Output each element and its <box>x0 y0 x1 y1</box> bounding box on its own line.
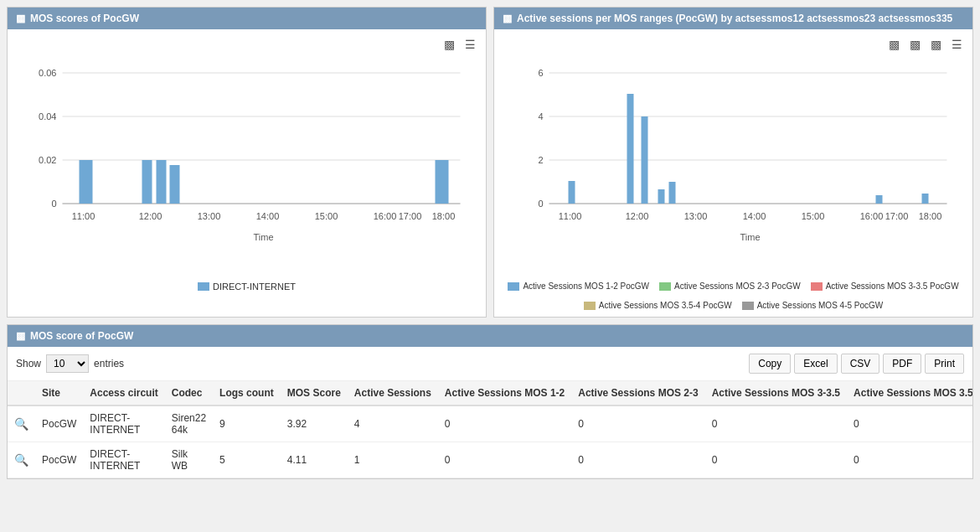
chart1-icon: ▩ <box>16 13 25 24</box>
chart1-header: ▩ MOS scores of PocGW <box>8 8 486 29</box>
col-header-mos-2-3: Active Sessions MOS 2-3 <box>571 381 704 405</box>
col-header-mos-1-2: Active Sessions MOS 1-2 <box>438 381 571 405</box>
svg-rect-33 <box>627 94 634 204</box>
table-title: MOS score of PocGW <box>30 330 133 342</box>
row1-search-icon[interactable]: 🔍 <box>8 405 35 442</box>
table-row: 🔍 PocGW DIRECT-INTERNET Siren22 64k 9 3.… <box>8 405 972 442</box>
svg-text:Time: Time <box>253 232 273 242</box>
csv-button[interactable]: CSV <box>841 354 880 374</box>
chart2-icon: ▩ <box>503 13 512 24</box>
legend-color-mos12 <box>508 282 519 291</box>
row1-logs-count: 9 <box>213 405 281 442</box>
print-button[interactable]: Print <box>925 354 964 374</box>
svg-rect-36 <box>669 182 676 204</box>
copy-button[interactable]: Copy <box>749 354 791 374</box>
chart1-title: MOS scores of PocGW <box>30 13 139 24</box>
svg-text:12:00: 12:00 <box>139 211 162 221</box>
legend-item-direct-internet: DIRECT-INTERNET <box>198 281 296 292</box>
svg-rect-38 <box>922 194 929 204</box>
chart1-bar-icon[interactable]: ▩ <box>441 36 458 53</box>
svg-text:13:00: 13:00 <box>684 211 708 221</box>
row1-mos-3-35: 0 <box>705 405 847 442</box>
svg-text:13:00: 13:00 <box>198 211 221 221</box>
legend-item-mos12: Active Sessions MOS 1-2 PocGW <box>508 281 649 291</box>
row2-mos-score: 4.11 <box>281 442 348 478</box>
chart1-menu-icon[interactable]: ☰ <box>462 36 479 53</box>
row2-mos-35-4: 0 <box>847 442 972 478</box>
svg-text:11:00: 11:00 <box>559 211 582 221</box>
row2-active-sessions: 1 <box>348 442 438 478</box>
table-header-icon: ▩ <box>16 330 25 342</box>
chart2-title: Active sessions per MOS ranges (PocGW) b… <box>517 13 952 24</box>
row1-codec: Siren22 64k <box>165 405 213 442</box>
row1-mos-35-4: 0 <box>847 405 972 442</box>
col-header-logs-count: Logs count <box>213 381 281 405</box>
data-table: Site Access circuit Codec Logs count MOS… <box>8 381 972 478</box>
entries-select[interactable]: 10 25 50 100 <box>46 354 89 373</box>
chart2-svg: 6 4 2 0 <box>501 56 966 274</box>
legend-label-mos335: Active Sessions MOS 3-3.5 PocGW <box>826 281 959 291</box>
chart1-legend: DIRECT-INTERNET <box>14 281 479 292</box>
row2-mos-1-2: 0 <box>438 442 571 478</box>
legend-item-mos335: Active Sessions MOS 3-3.5 PocGW <box>811 281 959 291</box>
svg-text:0.02: 0.02 <box>39 155 56 165</box>
row2-search-icon[interactable]: 🔍 <box>8 442 35 478</box>
svg-rect-12 <box>170 165 180 204</box>
chart-panel-2: ▩ Active sessions per MOS ranges (PocGW)… <box>493 7 973 318</box>
row2-logs-count: 5 <box>213 442 281 478</box>
excel-button[interactable]: Excel <box>794 354 837 374</box>
entries-label: entries <box>94 358 124 369</box>
table-panel: ▩ MOS score of PocGW Show 10 25 50 100 e… <box>7 324 973 479</box>
svg-text:12:00: 12:00 <box>626 211 649 221</box>
export-buttons-container: Copy Excel CSV PDF Print <box>749 354 964 374</box>
legend-color-mos45 <box>742 302 754 310</box>
chart1-toolbar: ▩ ☰ <box>14 36 479 53</box>
chart2-bar-icon2[interactable]: ▩ <box>906 36 924 53</box>
col-header-site: Site <box>35 381 83 405</box>
legend-color-mos354 <box>584 302 596 310</box>
svg-rect-13 <box>436 160 449 204</box>
chart2-legend: Active Sessions MOS 1-2 PocGW Active Ses… <box>501 281 966 310</box>
col-header-mos-score: MOS Score <box>281 381 348 405</box>
chart2-menu-icon[interactable]: ☰ <box>948 36 966 53</box>
row2-mos-2-3: 0 <box>571 442 704 478</box>
svg-rect-32 <box>569 181 575 204</box>
chart2-bar-icon3[interactable]: ▩ <box>927 36 945 53</box>
svg-text:0: 0 <box>51 199 56 209</box>
legend-label-mos23: Active Sessions MOS 2-3 PocGW <box>674 281 801 291</box>
svg-text:0: 0 <box>538 199 543 209</box>
chart2-toolbar: ▩ ▩ ▩ ☰ <box>501 36 966 53</box>
row1-site: PocGW <box>35 405 83 442</box>
pdf-button[interactable]: PDF <box>883 354 921 374</box>
legend-color-mos23 <box>659 282 671 291</box>
legend-label-mos45: Active Sessions MOS 4-5 PocGW <box>757 301 884 310</box>
svg-rect-34 <box>642 116 648 204</box>
svg-text:14:00: 14:00 <box>743 211 766 221</box>
table-header-row: Site Access circuit Codec Logs count MOS… <box>8 381 972 405</box>
chart2-header: ▩ Active sessions per MOS ranges (PocGW)… <box>494 8 972 29</box>
col-header-mos-3-35: Active Sessions MOS 3-3.5 <box>705 381 847 405</box>
svg-text:18:00: 18:00 <box>432 211 456 221</box>
svg-text:11:00: 11:00 <box>72 211 95 221</box>
svg-rect-9 <box>80 160 93 204</box>
legend-label-mos354: Active Sessions MOS 3.5-4 PocGW <box>599 301 732 310</box>
svg-text:14:00: 14:00 <box>256 211 280 221</box>
svg-text:0.06: 0.06 <box>39 68 56 78</box>
chart2-bar-icon1[interactable]: ▩ <box>885 36 903 53</box>
legend-color-mos335 <box>811 282 823 291</box>
legend-label-mos12: Active Sessions MOS 1-2 PocGW <box>523 281 649 291</box>
legend-item-mos23: Active Sessions MOS 2-3 PocGW <box>659 281 801 291</box>
svg-text:0.04: 0.04 <box>39 111 56 121</box>
svg-rect-35 <box>658 189 665 204</box>
svg-rect-11 <box>157 160 167 204</box>
row1-mos-score: 3.92 <box>281 405 348 442</box>
svg-text:Time: Time <box>740 232 760 242</box>
row1-mos-2-3: 0 <box>571 405 704 442</box>
legend-label-direct-internet: DIRECT-INTERNET <box>213 281 296 292</box>
row2-mos-3-35: 0 <box>705 442 847 478</box>
legend-item-mos45: Active Sessions MOS 4-5 PocGW <box>742 301 884 310</box>
chart-panel-1: ▩ MOS scores of PocGW ▩ ☰ 0.06 0.04 <box>7 7 487 318</box>
row2-access-circuit: DIRECT-INTERNET <box>83 442 164 478</box>
row1-access-circuit: DIRECT-INTERNET <box>83 405 164 442</box>
legend-item-mos354: Active Sessions MOS 3.5-4 PocGW <box>584 301 732 310</box>
